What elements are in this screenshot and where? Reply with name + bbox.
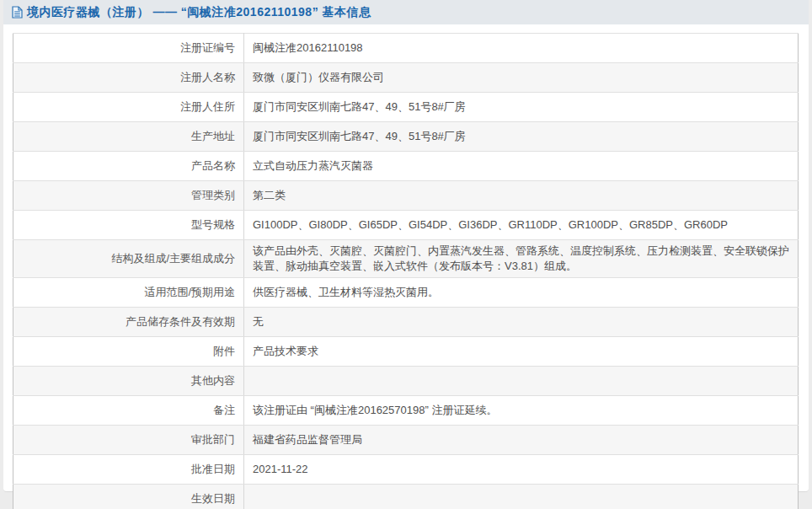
- table-row: 型号规格 GI100DP、GI80DP、GI65DP、GI54DP、GI36DP…: [13, 211, 799, 240]
- row-label-text: 注册人名称: [180, 71, 235, 83]
- row-value: 立式自动压力蒸汽灭菌器: [244, 152, 799, 181]
- row-label: 生产地址: [13, 122, 244, 152]
- table-row: 备注 该注册证由 “闽械注准20162570198” 注册证延续。: [13, 396, 799, 426]
- row-value: 无: [244, 308, 799, 337]
- row-label: 审批部门: [13, 426, 244, 455]
- row-label-text: 批准日期: [191, 463, 235, 475]
- row-label-text: 适用范围/预期用途: [144, 286, 235, 298]
- row-value: [244, 367, 799, 396]
- row-label: 适用范围/预期用途: [13, 278, 244, 308]
- row-label: 型号规格: [13, 211, 244, 240]
- row-label: 产品储存条件及有效期: [13, 308, 244, 337]
- table-row: 生产地址 厦门市同安区圳南七路47、49、51号8#厂房: [13, 122, 799, 152]
- table-row: 适用范围/预期用途 供医疗器械、卫生材料等湿热灭菌用。: [13, 278, 799, 308]
- row-label: 备注: [13, 396, 244, 426]
- row-value: [244, 485, 799, 509]
- table-row: 注册证编号 闽械注准20162110198: [13, 34, 799, 63]
- info-table-body: 注册证编号 闽械注准20162110198 注册人名称 致微（厦门）仪器有限公司…: [13, 34, 799, 509]
- row-label-text: 备注: [213, 404, 235, 416]
- table-row: 注册人住所 厦门市同安区圳南七路47、49、51号8#厂房: [13, 93, 799, 122]
- row-label: 管理类别: [13, 181, 244, 211]
- content-panel: 境内医疗器械（注册） —— “闽械注准20162110198” 基本信息 注册证…: [3, 0, 809, 492]
- row-value: 厦门市同安区圳南七路47、49、51号8#厂房: [244, 122, 799, 152]
- row-label-text: 注册证编号: [180, 41, 235, 54]
- document-icon: [12, 6, 23, 19]
- row-label: 生效日期: [13, 485, 244, 509]
- row-value: GI100DP、GI80DP、GI65DP、GI54DP、GI36DP、GR11…: [244, 211, 799, 240]
- row-label: 注册人名称: [13, 63, 244, 93]
- row-value: 致微（厦门）仪器有限公司: [244, 63, 799, 93]
- row-value: 供医疗器械、卫生材料等湿热灭菌用。: [244, 278, 799, 308]
- page-title: 境内医疗器械（注册） —— “闽械注准20162110198” 基本信息: [27, 5, 371, 20]
- table-row: 附件 产品技术要求: [13, 337, 799, 367]
- page-header: 境内医疗器械（注册） —— “闽械注准20162110198” 基本信息: [3, 0, 809, 24]
- table-row: 产品储存条件及有效期 无: [13, 308, 799, 337]
- row-value: 该注册证由 “闽械注准20162570198” 注册证延续。: [244, 396, 799, 426]
- row-label: 结构及组成/主要组成成分: [13, 240, 244, 278]
- row-label-text: 附件: [213, 345, 235, 357]
- row-label: 产品名称: [13, 152, 244, 181]
- row-label-text: 产品名称: [191, 159, 235, 172]
- row-label: 批准日期: [13, 455, 244, 485]
- row-value: 2021-11-22: [244, 455, 799, 485]
- table-row: 管理类别 第二类: [13, 181, 799, 211]
- row-label-text: 产品储存条件及有效期: [126, 315, 235, 328]
- row-label-text: 型号规格: [191, 218, 235, 231]
- row-label: 注册人住所: [13, 93, 244, 122]
- table-row: 结构及组成/主要组成成分 该产品由外壳、灭菌腔、灭菌腔门、内置蒸汽发生器、管路系…: [13, 240, 799, 278]
- row-label-text: 结构及组成/主要组成成分: [111, 252, 235, 265]
- table-row: 生效日期: [13, 485, 799, 509]
- row-value: 厦门市同安区圳南七路47、49、51号8#厂房: [244, 93, 799, 122]
- table-row: 其他内容: [13, 367, 799, 396]
- row-label-text: 生产地址: [191, 130, 235, 142]
- row-value: 产品技术要求: [244, 337, 799, 367]
- row-value: 闽械注准20162110198: [244, 34, 799, 63]
- row-label: 附件: [13, 337, 244, 367]
- table-row: 注册人名称 致微（厦门）仪器有限公司: [13, 63, 799, 93]
- row-label: 其他内容: [13, 367, 244, 396]
- info-table: 注册证编号 闽械注准20162110198 注册人名称 致微（厦门）仪器有限公司…: [13, 33, 799, 509]
- row-label-text: 审批部门: [191, 433, 235, 446]
- row-label: 注册证编号: [13, 34, 244, 63]
- row-label-text: 其他内容: [191, 374, 235, 387]
- table-row: 产品名称 立式自动压力蒸汽灭菌器: [13, 152, 799, 181]
- table-row: 审批部门 福建省药品监督管理局: [13, 426, 799, 455]
- row-label-text: 注册人住所: [180, 100, 235, 113]
- row-label-text: 管理类别: [191, 189, 235, 201]
- row-value: 该产品由外壳、灭菌腔、灭菌腔门、内置蒸汽发生器、管路系统、温度控制系统、压力检测…: [244, 240, 799, 278]
- row-value: 福建省药品监督管理局: [244, 426, 799, 455]
- table-row: 批准日期 2021-11-22: [13, 455, 799, 485]
- row-label-text: 生效日期: [191, 492, 235, 505]
- row-value: 第二类: [244, 181, 799, 211]
